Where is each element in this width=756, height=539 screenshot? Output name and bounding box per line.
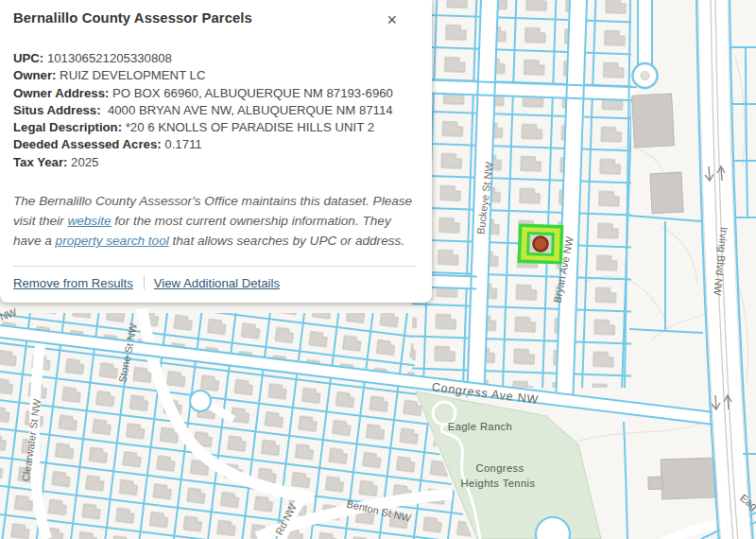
field-owner-label: Owner: — [13, 68, 56, 82]
actions-separator — [144, 276, 145, 289]
field-legal-description-label: Legal Description: — [13, 120, 122, 134]
disclaimer-text: The Bernalillo County Assessor's Office … — [13, 191, 417, 251]
field-deeded-acres-label: Deeded Assessed Acres: — [13, 137, 162, 151]
field-owner-value: RUIZ DEVELOPMENT LC — [60, 68, 205, 82]
field-upc: UPC: 101306521205330808 — [13, 50, 418, 67]
popup-title: Bernalillo County Assessor Parcels — [13, 10, 252, 26]
field-owner-address-value: PO BOX 66960, ALBUQUERQUE NM 87193-6960 — [112, 86, 393, 100]
app-window: Buckeye St NW Bryan Ave NW Irving Blvd N… — [0, 0, 756, 539]
field-deeded-acres-value: 0.1711 — [164, 137, 201, 151]
view-additional-details-link[interactable]: View Additional Details — [154, 276, 280, 290]
park-label-congress: Congress — [475, 462, 524, 474]
property-search-tool-link[interactable]: property search tool — [56, 234, 169, 248]
field-legal-description: Legal Description: *20 6 KNOLLS OF PARAD… — [13, 119, 418, 136]
disclaimer-part3: that allows searches by UPC or address. — [169, 234, 404, 248]
popup-header: Bernalillo County Assessor Parcels × — [13, 10, 418, 28]
close-icon[interactable]: × — [387, 11, 397, 28]
field-deeded-acres: Deeded Assessed Acres: 0.1711 — [13, 136, 418, 153]
park-label-heights-tennis: Heights Tennis — [461, 478, 536, 489]
park-label-eagle-ranch: Eagle Ranch — [448, 421, 512, 432]
parcel-marker-dot — [533, 236, 548, 252]
website-link[interactable]: website — [67, 214, 111, 228]
popup-panel: Bernalillo County Assessor Parcels × UPC… — [0, 0, 432, 303]
field-situs-address-label: Situs Address: — [13, 103, 101, 117]
selected-parcel-highlight[interactable] — [519, 225, 561, 263]
field-upc-value: 101306521205330808 — [47, 51, 172, 65]
field-owner-address: Owner Address: PO BOX 66960, ALBUQUERQUE… — [13, 85, 418, 102]
cul-de-sac-southwest — [190, 391, 211, 411]
field-owner: Owner: RUIZ DEVELOPMENT LC — [13, 67, 418, 84]
panel-divider — [13, 266, 416, 267]
field-situs-address-value: 4000 BRYAN AVE NW, ALBUQUERQUE NM 87114 — [108, 103, 393, 117]
field-upc-label: UPC: — [13, 51, 43, 65]
field-tax-year: Tax Year: 2025 — [13, 154, 418, 171]
field-legal-description-value: *20 6 KNOLLS OF PARADISE HILLS UNIT 2 — [126, 120, 374, 134]
field-owner-address-label: Owner Address: — [13, 86, 109, 100]
field-tax-year-label: Tax Year: — [13, 155, 67, 169]
field-situs-address: Situs Address: 4000 BRYAN AVE NW, ALBUQU… — [13, 102, 418, 119]
popup-actions: Remove from ResultsView Additional Detai… — [13, 276, 418, 290]
remove-from-results-link[interactable]: Remove from Results — [13, 276, 133, 290]
field-tax-year-value: 2025 — [71, 155, 98, 169]
parcel-grid-north — [412, 0, 631, 388]
